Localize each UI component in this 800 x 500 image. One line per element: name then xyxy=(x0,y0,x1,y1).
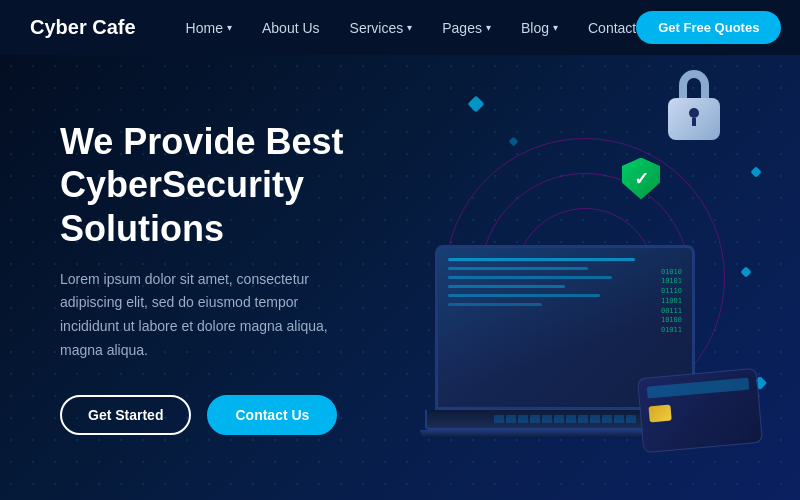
hero-content: We Provide Best CyberSecurity Solutions … xyxy=(0,120,420,435)
get-started-button[interactable]: Get Started xyxy=(60,395,191,435)
nav-item-blog[interactable]: Blog ▾ xyxy=(521,20,558,36)
lock-body xyxy=(668,98,720,140)
nav-item-home[interactable]: Home ▾ xyxy=(186,20,232,36)
chevron-down-icon: ▾ xyxy=(407,22,412,33)
lock-keyhole xyxy=(688,108,700,126)
shield-icon: ✓ xyxy=(622,158,660,200)
floating-cube-2 xyxy=(750,166,761,177)
floating-cube-3 xyxy=(468,95,485,112)
lock-shackle xyxy=(679,70,709,100)
brand-logo[interactable]: Cyber Cafe xyxy=(30,16,136,39)
get-free-quotes-button[interactable]: Get Free Quotes xyxy=(636,11,781,44)
nav-menu: Home ▾ About Us Services ▾ Pages ▾ Blog … xyxy=(186,20,637,36)
contact-us-button[interactable]: Contact Us xyxy=(207,395,337,435)
credit-card-illustration xyxy=(637,367,763,452)
nav-item-contact[interactable]: Contact xyxy=(588,20,636,36)
nav-item-pages[interactable]: Pages ▾ xyxy=(442,20,491,36)
floating-cube-4 xyxy=(740,266,751,277)
chevron-down-icon: ▾ xyxy=(553,22,558,33)
chevron-down-icon: ▾ xyxy=(486,22,491,33)
hero-section: We Provide Best CyberSecurity Solutions … xyxy=(0,55,800,500)
floating-cube-6 xyxy=(509,136,519,146)
hero-illustration: ✓ 01010101010111011001001111010001011 xyxy=(390,88,780,468)
hero-buttons: Get Started Contact Us xyxy=(60,395,360,435)
nav-item-about[interactable]: About Us xyxy=(262,20,320,36)
chevron-down-icon: ▾ xyxy=(227,22,232,33)
hero-title: We Provide Best CyberSecurity Solutions xyxy=(60,120,360,250)
nav-item-services[interactable]: Services ▾ xyxy=(350,20,413,36)
navbar: Cyber Cafe Home ▾ About Us Services ▾ Pa… xyxy=(0,0,800,55)
hero-subtitle: Lorem ipsum dolor sit amet, consectetur … xyxy=(60,268,360,363)
lock-icon xyxy=(668,98,720,140)
code-text: 01010101010111011001001111010001011 xyxy=(661,268,682,337)
